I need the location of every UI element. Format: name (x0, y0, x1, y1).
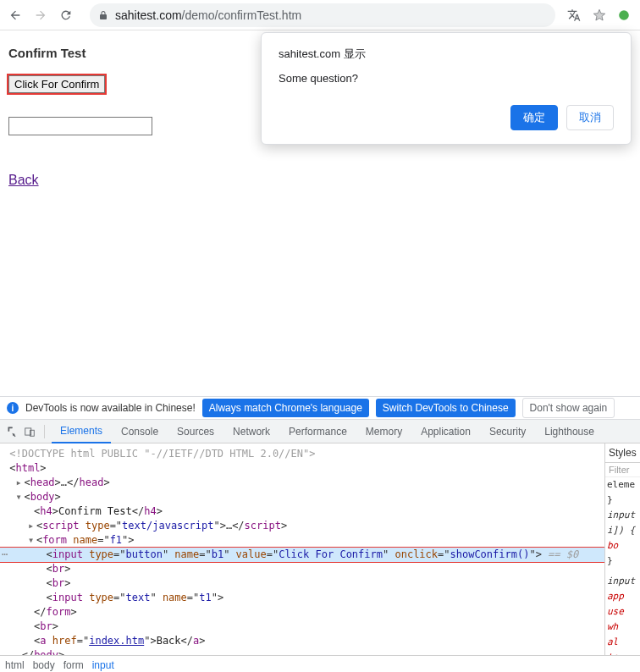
address-bar[interactable]: sahitest.com/demo/confirmTest.htm (90, 3, 555, 27)
tab-network[interactable]: Network (224, 421, 279, 443)
back-link[interactable]: Back (8, 173, 39, 188)
forward-button[interactable] (32, 7, 49, 24)
tab-console[interactable]: Console (113, 421, 167, 443)
reload-button[interactable] (58, 7, 74, 24)
dont-show-again-button[interactable]: Don't show again (522, 398, 615, 418)
url-text: sahitest.com/demo/confirmTest.htm (115, 8, 301, 22)
back-button[interactable] (7, 7, 24, 24)
selected-dom-node[interactable]: ⋯ <input type="button" name="b1" value="… (0, 548, 604, 562)
result-input[interactable] (8, 117, 152, 135)
crumb-html[interactable]: html (5, 659, 25, 671)
tab-application[interactable]: Application (412, 421, 479, 443)
lock-icon (98, 10, 108, 20)
info-icon: i (7, 402, 19, 414)
styles-filter[interactable]: Filter (605, 463, 640, 477)
dialog-cancel-button[interactable]: 取消 (566, 105, 614, 130)
click-for-confirm-button[interactable]: Click For Confirm (8, 75, 105, 93)
crumb-form[interactable]: form (63, 659, 84, 671)
devtools-language-banner: i DevTools is now available in Chinese! … (0, 396, 640, 420)
match-language-button[interactable]: Always match Chrome's language (202, 399, 369, 417)
devtools-toolbar: Elements Console Sources Network Perform… (0, 420, 640, 443)
tab-elements[interactable]: Elements (52, 420, 111, 443)
dialog-message: Some question? (279, 72, 614, 85)
elements-panel[interactable]: <!DOCTYPE html PUBLIC "-//IETF//DTD HTML… (0, 443, 604, 655)
inspect-element-icon[interactable] (5, 424, 20, 439)
tab-sources[interactable]: Sources (168, 421, 223, 443)
styles-panel[interactable]: Styles Filter eleme } input i]) { bo } i… (604, 443, 640, 655)
confirm-dialog: sahitest.com 显示 Some question? 确定 取消 (261, 32, 632, 145)
dialog-header: sahitest.com 显示 (279, 47, 614, 62)
translate-icon[interactable] (567, 8, 581, 22)
tab-memory[interactable]: Memory (357, 421, 411, 443)
elements-breadcrumb: html body form input (0, 655, 640, 672)
tab-performance[interactable]: Performance (280, 421, 356, 443)
star-icon[interactable] (593, 8, 606, 22)
styles-tab[interactable]: Styles (605, 443, 640, 463)
arrow-left-icon (8, 8, 22, 22)
switch-language-button[interactable]: Switch DevTools to Chinese (376, 399, 516, 417)
extension-icon[interactable] (618, 9, 630, 21)
svg-point-0 (619, 10, 629, 20)
crumb-input[interactable]: input (92, 659, 114, 671)
crumb-body[interactable]: body (33, 659, 55, 671)
dialog-ok-button[interactable]: 确定 (510, 105, 558, 130)
arrow-right-icon (34, 8, 47, 22)
browser-toolbar: sahitest.com/demo/confirmTest.htm (0, 0, 640, 30)
device-toolbar-icon[interactable] (22, 424, 37, 439)
banner-text: DevTools is now available in Chinese! (25, 402, 196, 414)
reload-icon (59, 8, 73, 22)
tab-lighthouse[interactable]: Lighthouse (536, 421, 603, 443)
tab-security[interactable]: Security (481, 421, 534, 443)
